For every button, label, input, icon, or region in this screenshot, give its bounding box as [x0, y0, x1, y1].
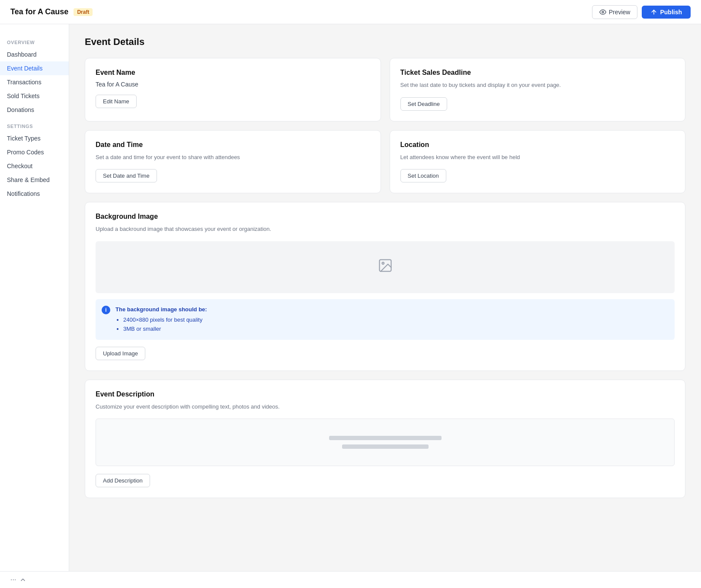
- ticket-sales-title: Ticket Sales Deadline: [400, 69, 675, 77]
- info-item-1: 2400×880 pixels for best quality: [123, 316, 207, 325]
- sidebar-item-checkout[interactable]: Checkout: [0, 159, 69, 173]
- sidebar-item-dashboard[interactable]: Dashboard: [0, 48, 69, 61]
- eye-icon: [599, 9, 606, 16]
- event-description-card: Event Description Customize your event d…: [85, 380, 685, 499]
- sidebar-item-transactions[interactable]: Transactions: [0, 75, 69, 89]
- chevron-up-icon: [19, 576, 26, 583]
- image-placeholder-icon: [378, 258, 393, 277]
- location-desc: Let attendees know where the event will …: [400, 153, 675, 162]
- date-time-desc: Set a date and time for your event to sh…: [96, 153, 370, 162]
- cards-row-1: Event Name Tea for A Cause Edit Name Tic…: [85, 58, 685, 121]
- sidebar-item-share-embed[interactable]: Share & Embed: [0, 173, 69, 187]
- event-desc-title: Event Description: [96, 390, 675, 398]
- sidebar-item-donations[interactable]: Donations: [0, 103, 69, 117]
- date-time-card: Date and Time Set a date and time for yo…: [85, 130, 381, 194]
- sidebar: Overview Dashboard Event Details Transac…: [0, 24, 69, 588]
- overview-section-label: Overview: [0, 33, 69, 48]
- location-card: Location Let attendees know where the ev…: [390, 130, 686, 194]
- svg-point-0: [602, 11, 604, 13]
- event-desc-subtitle: Customize your event description with co…: [96, 403, 675, 411]
- event-name-value: Tea for A Cause: [96, 81, 370, 88]
- background-image-card: Background Image Upload a backround imag…: [85, 202, 685, 371]
- bottom-bar: ···: [0, 571, 701, 588]
- publish-button[interactable]: Publish: [642, 6, 691, 19]
- bottom-bar-icon: ···: [10, 576, 16, 584]
- bg-image-desc: Upload a backround image that showcases …: [96, 225, 675, 233]
- header-left: Tea for A Cause Draft: [10, 7, 93, 16]
- draft-badge: Draft: [74, 8, 93, 16]
- settings-section-label: Settings: [0, 117, 69, 131]
- image-info-box: i The background image should be: 2400×8…: [96, 299, 675, 340]
- header: Tea for A Cause Draft Preview Publish: [0, 0, 701, 24]
- info-icon: i: [102, 306, 110, 314]
- ticket-sales-desc: Set the last date to buy tickets and dis…: [400, 81, 675, 89]
- sidebar-item-event-details[interactable]: Event Details: [0, 61, 69, 75]
- bg-image-title: Background Image: [96, 213, 675, 220]
- info-title: The background image should be:: [115, 305, 207, 314]
- publish-label: Publish: [660, 9, 682, 16]
- ticket-sales-deadline-card: Ticket Sales Deadline Set the last date …: [390, 58, 686, 121]
- sidebar-item-notifications[interactable]: Notifications: [0, 187, 69, 201]
- sidebar-item-ticket-types[interactable]: Ticket Types: [0, 131, 69, 145]
- event-name-card: Event Name Tea for A Cause Edit Name: [85, 58, 381, 121]
- add-description-button[interactable]: Add Description: [96, 474, 150, 487]
- desc-placeholder-line-2: [342, 444, 429, 449]
- info-list: 2400×880 pixels for best quality 3MB or …: [115, 316, 207, 334]
- image-dropzone[interactable]: [96, 241, 675, 293]
- upload-image-button[interactable]: Upload Image: [96, 347, 145, 360]
- info-text: The background image should be: 2400×880…: [115, 305, 207, 334]
- set-date-time-button[interactable]: Set Date and Time: [96, 169, 157, 182]
- layout: Overview Dashboard Event Details Transac…: [0, 24, 701, 588]
- set-deadline-button[interactable]: Set Deadline: [400, 97, 447, 111]
- sidebar-item-promo-codes[interactable]: Promo Codes: [0, 145, 69, 159]
- description-editor-placeholder: [96, 419, 675, 466]
- sidebar-item-sold-tickets[interactable]: Sold Tickets: [0, 89, 69, 103]
- info-item-2: 3MB or smaller: [123, 325, 207, 334]
- app-title: Tea for A Cause: [10, 7, 68, 16]
- date-time-title: Date and Time: [96, 141, 370, 149]
- svg-point-3: [382, 262, 384, 264]
- edit-name-button[interactable]: Edit Name: [96, 95, 137, 108]
- preview-button[interactable]: Preview: [592, 5, 638, 19]
- cards-row-2: Date and Time Set a date and time for yo…: [85, 130, 685, 194]
- preview-label: Preview: [609, 9, 631, 16]
- location-title: Location: [400, 141, 675, 149]
- header-right: Preview Publish: [592, 5, 691, 19]
- main-content: Event Details Event Name Tea for A Cause…: [69, 24, 701, 588]
- page-title: Event Details: [85, 36, 685, 48]
- desc-placeholder-line-1: [329, 436, 442, 440]
- publish-icon: [650, 9, 657, 16]
- set-location-button[interactable]: Set Location: [400, 169, 446, 182]
- event-name-card-title: Event Name: [96, 69, 370, 77]
